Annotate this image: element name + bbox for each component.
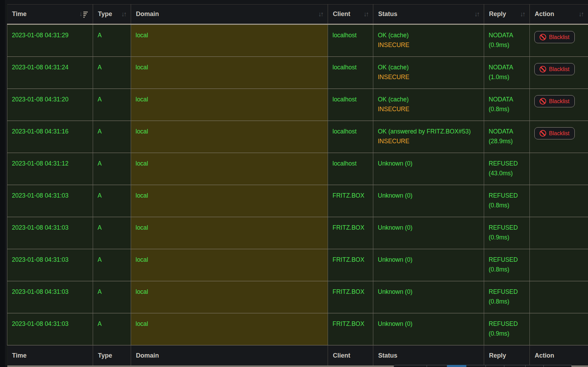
- domain-value: local: [136, 159, 323, 168]
- reply-time-value: (0.9ms): [489, 329, 525, 338]
- header-client[interactable]: Client ↓↑: [328, 5, 373, 24]
- table-row: 2023-01-08 04:31:03 A local FRITZ.BOX Un…: [7, 185, 588, 217]
- reply-cell: REFUSED (43.0ms): [484, 153, 530, 185]
- status-cell: OK (cache) INSECURE: [373, 24, 484, 57]
- blacklist-button[interactable]: Blacklist: [534, 31, 575, 43]
- sort-amount-desc-icon: ↓: [79, 10, 88, 18]
- type-value: A: [98, 62, 126, 72]
- reply-time-value: (43.0ms): [489, 168, 525, 178]
- sort-both-icon: ↓↑: [474, 10, 479, 18]
- time-value: 2023-01-08 04:31:29: [12, 30, 88, 40]
- time-cell: 2023-01-08 04:31:03: [7, 249, 93, 281]
- status-value: OK (cache): [378, 30, 479, 40]
- type-value: A: [98, 127, 126, 136]
- action-cell: [530, 281, 588, 313]
- domain-value: local: [136, 127, 323, 136]
- header-domain-label: Domain: [136, 10, 159, 18]
- type-cell: A: [93, 57, 131, 89]
- time-value: 2023-01-08 04:31:03: [12, 191, 88, 200]
- time-value: 2023-01-08 04:31:24: [12, 62, 88, 72]
- client-value: localhost: [333, 94, 368, 104]
- header-time-label: Time: [12, 10, 27, 18]
- header-client-label: Client: [333, 10, 350, 18]
- domain-value: local: [136, 255, 323, 265]
- type-value: A: [98, 255, 126, 265]
- header-status-label: Status: [378, 10, 397, 18]
- sort-both-icon: ↓↑: [318, 10, 323, 18]
- status-value: Unknown (0): [378, 159, 479, 168]
- type-value: A: [98, 223, 126, 232]
- domain-value: local: [136, 62, 323, 72]
- header-reply[interactable]: Reply ↓↑: [484, 5, 530, 24]
- domain-cell: local: [131, 281, 328, 313]
- pagination-button[interactable]: [466, 365, 486, 367]
- pagination-button[interactable]: [486, 365, 504, 367]
- type-value: A: [98, 30, 126, 40]
- domain-cell: local: [131, 24, 328, 57]
- header-status[interactable]: Status ↓↑: [373, 5, 484, 24]
- blacklist-button[interactable]: Blacklist: [534, 95, 575, 107]
- client-value: FRITZ.BOX: [333, 319, 368, 329]
- ban-icon: [540, 98, 546, 105]
- reply-cell: REFUSED (0.8ms): [484, 281, 530, 313]
- pagination-button-active[interactable]: [447, 365, 466, 367]
- reply-time-value: (0.8ms): [489, 297, 525, 306]
- reply-time-value: (1.0ms): [489, 72, 525, 82]
- table-row: 2023-01-08 04:31:03 A local FRITZ.BOX Un…: [7, 281, 588, 313]
- client-value: localhost: [333, 62, 368, 72]
- type-value: A: [98, 159, 126, 168]
- client-cell: localhost: [328, 121, 373, 153]
- time-value: 2023-01-08 04:31:03: [12, 255, 88, 265]
- status-value: OK (answered by FRITZ.BOX#53): [378, 127, 479, 136]
- header-action-label: Action: [535, 10, 554, 18]
- pagination-button[interactable]: [427, 365, 447, 367]
- reply-cell: NODATA (1.0ms): [484, 57, 530, 89]
- time-cell: 2023-01-08 04:31:03: [7, 281, 93, 313]
- status-cell: Unknown (0): [373, 153, 484, 185]
- client-cell: FRITZ.BOX: [328, 313, 373, 345]
- status-cell: OK (cache) INSECURE: [373, 89, 484, 121]
- reply-cell: NODATA (0.8ms): [484, 89, 530, 121]
- client-value: localhost: [333, 30, 368, 40]
- pagination-button[interactable]: [544, 365, 572, 367]
- time-cell: 2023-01-08 04:31:03: [7, 217, 93, 249]
- reply-cell: REFUSED (0.9ms): [484, 217, 530, 249]
- time-cell: 2023-01-08 04:31:03: [7, 313, 93, 345]
- domain-cell: local: [131, 89, 328, 121]
- header-type[interactable]: Type ↓↑: [93, 5, 131, 24]
- status-cell: Unknown (0): [373, 249, 484, 281]
- status-value: Unknown (0): [378, 287, 479, 297]
- header-domain[interactable]: Domain ↓↑: [131, 5, 328, 24]
- type-cell: A: [93, 281, 131, 313]
- sort-both-icon: ↓↑: [364, 10, 368, 18]
- header-time[interactable]: Time ↓: [7, 5, 93, 24]
- pagination-button[interactable]: [526, 365, 544, 367]
- pagination-button[interactable]: [394, 365, 427, 367]
- header-action[interactable]: Action ↓↑: [530, 5, 588, 24]
- blacklist-button[interactable]: Blacklist: [534, 63, 575, 75]
- blacklist-button[interactable]: Blacklist: [534, 127, 575, 139]
- time-cell: 2023-01-08 04:31:12: [7, 153, 93, 185]
- status-cell: Unknown (0): [373, 185, 484, 217]
- domain-value: local: [136, 94, 323, 104]
- blacklist-button-label: Blacklist: [549, 98, 570, 105]
- type-cell: A: [93, 249, 131, 281]
- domain-cell: local: [131, 121, 328, 153]
- left-edge-strip: [0, 0, 5, 367]
- reply-cell: NODATA (0.9ms): [484, 24, 530, 57]
- status-cell: Unknown (0): [373, 217, 484, 249]
- status-value: OK (cache): [378, 94, 479, 104]
- time-cell: 2023-01-08 04:31:20: [7, 89, 93, 121]
- time-cell: 2023-01-08 04:31:29: [7, 24, 93, 57]
- time-cell: 2023-01-08 04:31:16: [7, 121, 93, 153]
- reply-type-value: NODATA: [489, 30, 525, 40]
- pagination-button[interactable]: [504, 365, 526, 367]
- status-value: OK (cache): [378, 62, 479, 72]
- action-cell: [530, 249, 588, 281]
- domain-value: local: [136, 287, 323, 297]
- table-body: 2023-01-08 04:31:29 A local localhost OK…: [7, 24, 588, 345]
- type-value: A: [98, 94, 126, 104]
- reply-type-value: REFUSED: [489, 191, 525, 200]
- action-cell: [530, 153, 588, 185]
- status-dnssec-value: INSECURE: [378, 40, 479, 50]
